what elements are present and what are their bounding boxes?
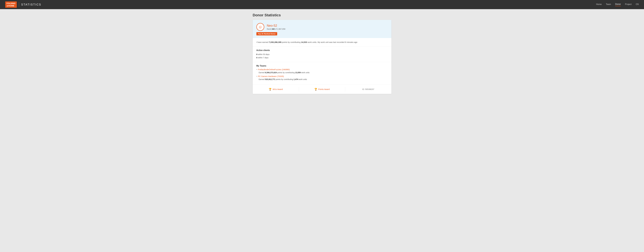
points-award-section: 🏆 Points Award	[299, 87, 345, 92]
site-header: FOLDING @HOME STATISTICS Home Team Donor…	[0, 0, 644, 9]
profile-header: ☺ Neo-52 Rank 340 of 2,967,658 Top 1K Ra…	[253, 20, 392, 38]
card-footer: 🏆 WUs Award 🏆 Points Award ID: 595398297	[253, 85, 392, 94]
wus-award-label: WUs Award	[272, 88, 283, 90]
trophy-icon-wus: 🏆	[269, 88, 272, 91]
nav-donor[interactable]: Donor	[615, 3, 621, 6]
nav-os[interactable]: OS	[636, 3, 639, 6]
nav-project[interactable]: Project	[625, 3, 632, 6]
client-7-days: 6 within 7 days	[256, 56, 388, 59]
team-item-2: • PC Games Hardware (70335) Earned 523,9…	[256, 75, 388, 80]
team-link-1[interactable]: FreilaufendeOnlineFuzzies (240890)	[258, 68, 290, 71]
profile-info: Neo-52 Rank 340 of 2,967,658	[267, 24, 286, 30]
site-title: STATISTICS	[21, 3, 41, 6]
page-title: Donor Statistics	[253, 13, 392, 17]
donor-name: Neo-52	[267, 24, 286, 27]
trophy-icon-points: 🏆	[314, 88, 317, 91]
id-section: ID: 595398297	[345, 87, 392, 91]
team-link-2[interactable]: PC Games Hardware (70335)	[258, 75, 284, 77]
header-nav: Home Team Donor Project OS	[596, 3, 639, 6]
team-earned-1: Earned 6,506,373,624 points by contribut…	[256, 71, 388, 74]
active-clients-title: Active clients	[256, 49, 388, 51]
points-award-label: Points Award	[318, 88, 330, 90]
page-content: Donor Statistics ☺ Neo-52 Rank 340 of 2,…	[250, 9, 394, 98]
team-bullet-1: • FreilaufendeOnlineFuzzies (240890)	[256, 68, 388, 71]
active-clients-section: Active clients 8 within 50 days 6 within…	[253, 46, 392, 62]
nav-home[interactable]: Home	[596, 3, 602, 6]
avatar: ☺	[256, 23, 264, 31]
donor-id: ID: 595398297	[362, 88, 374, 90]
rank-text: Rank 340 of 2,967,658	[267, 28, 286, 30]
logo-divider	[19, 2, 19, 7]
profile-top: ☺ Neo-52 Rank 340 of 2,967,658	[256, 23, 388, 31]
my-teams-section: My Teams • FreilaufendeOnlineFuzzies (24…	[253, 62, 392, 85]
wus-award-section: 🏆 WUs Award	[253, 87, 299, 92]
logo-text: FOLDING @HOME	[6, 2, 16, 7]
bullet-dot-1: •	[256, 68, 257, 71]
donor-card: ☺ Neo-52 Rank 340 of 2,967,658 Top 1K Ra…	[253, 20, 392, 94]
bullet-dot-2: •	[256, 75, 257, 78]
rank-badge: Top 1K Ranked Donor	[256, 32, 277, 35]
nav-team[interactable]: Team	[606, 3, 611, 6]
team-earned-2: Earned 523,912,771 points by contributin…	[256, 78, 388, 80]
team-bullet-2: • PC Games Hardware (70335)	[256, 75, 388, 78]
my-teams-title: My Teams	[256, 65, 388, 67]
client-50-days: 8 within 50 days	[256, 53, 388, 56]
team-item-1: • FreilaufendeOnlineFuzzies (240890) Ear…	[256, 68, 388, 74]
stats-section: I have earned 7,030,286,395 points by co…	[253, 38, 392, 46]
logo-box: FOLDING @HOME	[5, 1, 17, 8]
earned-text: I have earned 7,030,286,395 points by co…	[256, 41, 388, 44]
smiley-icon: ☺	[258, 25, 262, 29]
header-left: FOLDING @HOME STATISTICS	[5, 1, 41, 8]
